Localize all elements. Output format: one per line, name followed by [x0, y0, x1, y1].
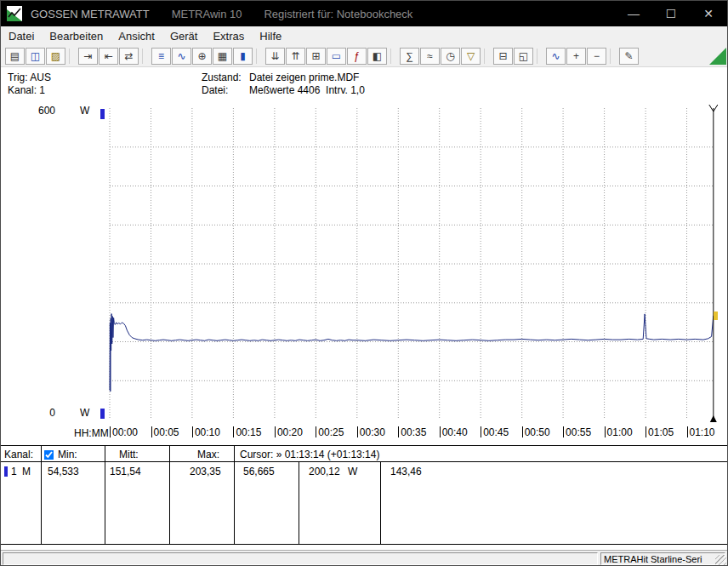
minimize-button[interactable]: — [615, 1, 652, 26]
view-protocol-icon[interactable]: ≡ [151, 48, 171, 65]
x-tick-label: 00:05 [151, 426, 179, 438]
menu-ansicht[interactable]: Ansicht [111, 26, 162, 45]
zoom-curve-icon[interactable]: ∿ [546, 48, 566, 65]
x-tick-label: 00:25 [316, 426, 344, 438]
device-table-icon[interactable]: ⊞ [306, 48, 326, 65]
x-axis-unit-label: HH:MM [74, 427, 109, 439]
table-col-line-6 [380, 462, 381, 544]
function-icon[interactable]: ƒ [347, 48, 367, 65]
zoom-out-icon[interactable]: − [587, 48, 606, 65]
x-tick-label: 01:05 [646, 426, 674, 438]
import-file-icon[interactable]: ⇤ [99, 48, 118, 65]
x-tick-label: 00:40 [440, 426, 468, 438]
row-unit: W [348, 466, 357, 477]
maximize-button[interactable]: ☐ [652, 1, 690, 26]
x-tick-label: 00:20 [275, 426, 303, 438]
view-table-icon[interactable]: ▦ [213, 48, 232, 65]
menu-datei[interactable]: Datei [1, 26, 42, 45]
row-mitt-value: 151,54 [110, 466, 141, 477]
y-min-label: 0 [35, 407, 55, 419]
channel-color-marker [4, 466, 8, 477]
toolbar-separator [484, 49, 490, 64]
app-logo-icon [7, 6, 22, 21]
row-delta-value: 143,46 [390, 466, 422, 477]
y-max-label: 600 [35, 105, 55, 117]
print-preview-icon[interactable]: ◱ [514, 48, 533, 65]
comment-icon[interactable]: ✎ [619, 48, 639, 65]
toolbar-separator [390, 49, 396, 64]
chart-plot[interactable] [110, 108, 714, 420]
statistics-icon[interactable]: ∑ [400, 48, 419, 65]
toolbar-separator [610, 49, 616, 64]
x-tick-label: 01:10 [687, 426, 715, 438]
x-tick-label: 01:00 [605, 426, 633, 438]
datei-value: Meßwerte 4406 Intrv. 1,0 [249, 84, 365, 96]
envelope-curve-icon[interactable]: ≈ [420, 48, 440, 65]
datei-label: Datei: [202, 84, 228, 96]
header-mitt: Mitt: [119, 449, 139, 460]
view-bargraph-icon[interactable]: ▮ [233, 48, 253, 65]
x-axis-ticks: 00:0000:0500:1000:1500:2000:2500:3000:35… [110, 426, 722, 440]
zustand-label: Zustand: [202, 71, 242, 83]
resize-grip[interactable] [715, 555, 726, 566]
row-channel-number: 1 [11, 466, 17, 477]
monitor-icon[interactable]: ▭ [327, 48, 346, 65]
statusbar-message-panel [3, 552, 598, 565]
x-tick-label: 00:10 [192, 426, 220, 438]
statusbar-device-panel: METRAHit Starline-Seri [600, 552, 725, 565]
header-cursor: Cursor: » 01:13:14 (+01:13:14) [240, 449, 379, 460]
title-app-name: METRAwin 10 [172, 8, 242, 20]
filter-icon[interactable]: ▽ [461, 48, 481, 65]
table-top-border [1, 445, 728, 446]
toolbar-separator [69, 49, 75, 64]
new-file-icon[interactable]: ▤ [5, 48, 25, 65]
row-cursor-b-value: 200,12 [309, 466, 340, 477]
title-bar: GOSSEN METRAWATT METRAwin 10 Registriert… [1, 1, 727, 26]
row-min-value: 54,533 [48, 466, 79, 477]
y-unit-bottom-label: W [80, 407, 89, 419]
table-col-line-4 [234, 446, 235, 544]
close-button[interactable]: ✕ [690, 1, 727, 26]
title-brand: GOSSEN METRAWATT [31, 8, 150, 20]
save-icon[interactable]: ◫ [26, 48, 45, 65]
y-axis-bottom-marker[interactable] [100, 409, 105, 419]
send-device-icon[interactable]: ⇈ [286, 48, 305, 65]
menu-hilfe[interactable]: Hilfe [252, 26, 289, 45]
transfer-file-icon[interactable]: ⇄ [119, 48, 139, 65]
view-curve-icon[interactable]: ∿ [172, 48, 191, 65]
table-col-line-2 [105, 446, 105, 544]
trigger-status: Trig: AUS [8, 71, 51, 83]
export-file-icon[interactable]: ⇥ [78, 48, 98, 65]
header-max: Max: [197, 449, 219, 460]
clock-icon[interactable]: ◷ [441, 48, 460, 65]
channel-status: Kanal: 1 [8, 84, 45, 96]
window-controls: — ☐ ✕ [615, 1, 727, 26]
x-tick-label: 00:30 [357, 426, 385, 438]
header-min: Min: [58, 449, 77, 460]
table-col-line-5 [299, 462, 299, 544]
x-tick-label: 00:00 [110, 426, 138, 438]
x-tick-label: 00:15 [233, 426, 261, 438]
view-crosshair-icon[interactable]: ⊕ [192, 48, 212, 65]
table-col-line-3 [169, 446, 170, 544]
row-max-value: 203,35 [190, 466, 221, 477]
open-file-icon[interactable]: ▨ [46, 48, 65, 65]
metrawin-window: { "window": { "brand": "GOSSEN METRAWATT… [0, 0, 728, 566]
header-kanal: Kanal: [4, 449, 33, 460]
zoom-in-icon[interactable]: + [566, 48, 586, 65]
y-unit-top-label: W [80, 105, 89, 117]
y-axis-top-marker[interactable] [100, 109, 105, 119]
menu-bar: Datei Bearbeiten Ansicht Gerät Extras Hi… [1, 26, 727, 45]
row-channel-flag: M [22, 466, 31, 477]
toolbar-separator [142, 49, 148, 64]
channel-visible-checkbox[interactable] [44, 450, 54, 460]
toolbar-separator [537, 49, 543, 64]
menu-bearbeiten[interactable]: Bearbeiten [42, 26, 111, 45]
screen-capture-icon[interactable]: ◧ [367, 48, 387, 65]
menu-extras[interactable]: Extras [205, 26, 252, 45]
print-icon[interactable]: ⊟ [493, 48, 513, 65]
read-device-icon[interactable]: ⇊ [265, 48, 285, 65]
toolbar: ▤◫▨⇥⇤⇄≡∿⊕▦▮⇊⇈⊞▭ƒ◧∑≈◷▽⊟◱∿+−✎ [1, 45, 727, 67]
menu-geraet[interactable]: Gerät [162, 26, 206, 45]
status-bar: METRAHit Starline-Seri [1, 550, 727, 566]
